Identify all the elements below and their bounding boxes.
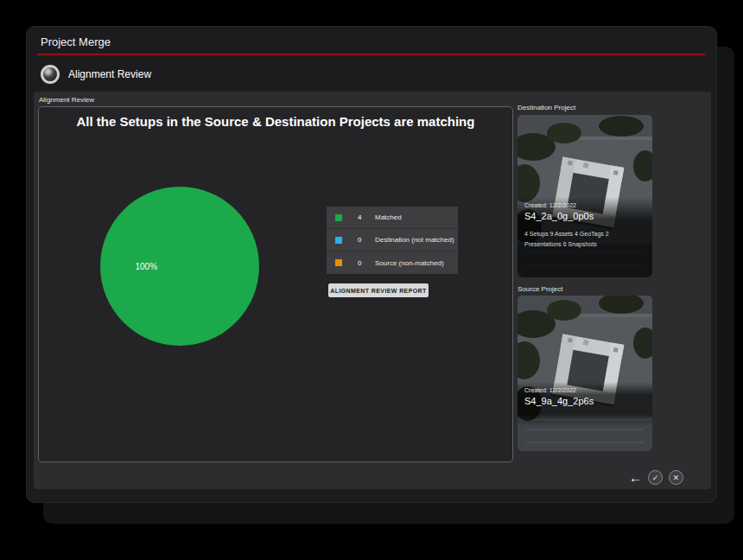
destination-swatch-icon xyxy=(335,237,342,244)
pie-chart: 100% xyxy=(100,187,259,346)
source-created-date: Created: 12/2/2022 xyxy=(524,387,645,393)
page-title: Project Merge xyxy=(41,35,111,48)
chart-legend: 4 Matched 0 Destination (not matched) 0 … xyxy=(327,207,458,274)
destination-count: 0 xyxy=(358,236,375,244)
content-area: Alignment Review All the Setups in the S… xyxy=(34,92,711,489)
red-divider xyxy=(37,54,706,55)
project-merge-window: Project Merge Alignment Review Alignment… xyxy=(26,26,717,503)
source-project-name: S4_9a_4g_2p6s xyxy=(524,396,645,406)
back-arrow-icon[interactable]: ← xyxy=(629,470,642,485)
pie-percent-label: 100% xyxy=(135,262,157,271)
source-count: 0 xyxy=(358,259,375,267)
aerial-photo-source xyxy=(518,296,652,451)
source-card-overlay: Created: 12/2/2022 S4_9a_4g_2p6s xyxy=(518,382,652,425)
destination-project-name: S4_2a_0g_0p0s xyxy=(524,211,645,221)
legend-row-destination: 0 Destination (not matched) xyxy=(327,229,458,251)
destination-project-stats: 4 Setups 9 Assets 4 GeoTags 2 Presentati… xyxy=(524,229,645,250)
lens-target-icon xyxy=(41,65,60,84)
close-x-icon[interactable]: ✕ xyxy=(669,470,683,485)
matched-count: 4 xyxy=(358,213,375,221)
confirm-check-icon[interactable]: ✓ xyxy=(648,470,663,485)
matching-heading: All the Setups in the Source & Destinati… xyxy=(62,114,488,129)
matched-label: Matched xyxy=(375,213,402,221)
destination-card-overlay: Created: 12/2/2022 S4_2a_0g_0p0s 4 Setup… xyxy=(518,197,652,277)
source-project-label: Source Project xyxy=(518,285,562,293)
section-title: Alignment Review xyxy=(68,68,151,80)
alignment-review-panel: All the Setups in the Source & Destinati… xyxy=(38,106,513,462)
panel-label: Alignment Review xyxy=(39,96,94,104)
source-swatch-icon xyxy=(335,259,342,266)
destination-project-label: Destination Project xyxy=(518,104,575,111)
destination-project-card: Created: 12/2/2022 S4_2a_0g_0p0s 4 Setup… xyxy=(518,115,652,277)
section-header: Alignment Review xyxy=(41,65,151,84)
alignment-review-report-button[interactable]: ALIGNMENT REVIEW REPORT xyxy=(328,283,429,297)
legend-row-matched: 4 Matched xyxy=(327,207,458,229)
legend-row-source: 0 Source (non-matched) xyxy=(327,251,458,274)
matched-swatch-icon xyxy=(335,214,342,221)
source-label: Source (non-matched) xyxy=(375,259,444,267)
destination-created-date: Created: 12/2/2022 xyxy=(524,202,645,208)
destination-label: Destination (not matched) xyxy=(375,236,454,244)
footer-action-bar: ← ✓ ✕ xyxy=(629,470,683,485)
source-project-card: Created: 12/2/2022 S4_9a_4g_2p6s xyxy=(518,296,652,451)
